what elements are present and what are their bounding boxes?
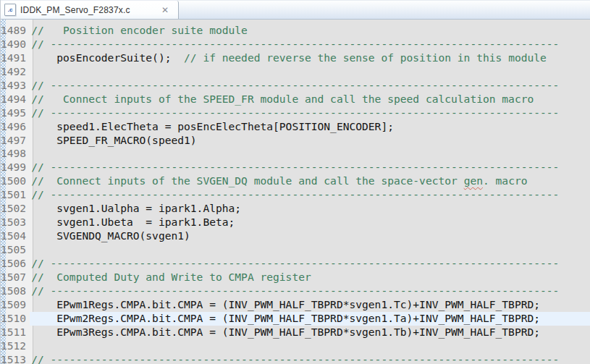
code-line-text[interactable]: // -------------------------------------… (30, 284, 590, 298)
c-source-file-icon: .c (4, 4, 16, 16)
code-line-text[interactable]: // -------------------------------------… (30, 257, 590, 271)
line-number[interactable]: 1506 (1, 257, 30, 271)
code-line[interactable]: 1492 (1, 65, 590, 79)
code-line[interactable]: 1496 speed1.ElecTheta = posEncElecTheta[… (1, 120, 590, 134)
code-line[interactable]: 1489// Position encoder suite module (1, 24, 590, 38)
line-number[interactable]: 1490 (1, 38, 30, 51)
code-line-text[interactable]: // Position encoder suite module (30, 24, 590, 38)
code-line[interactable]: 1495// ---------------------------------… (1, 106, 590, 120)
code-line-text[interactable]: // -------------------------------------… (30, 188, 590, 202)
code-segment: // Connect inputs of the SPEED_FR module… (31, 93, 534, 105)
line-number[interactable]: 1500 (1, 174, 30, 188)
line-number[interactable]: 1512 (1, 339, 30, 353)
code-line-text[interactable]: EPwm3Regs.CMPA.bit.CMPA = (INV_PWM_HALF_… (30, 326, 590, 339)
line-number[interactable]: 1510 (1, 312, 30, 326)
line-number[interactable]: 1499 (1, 161, 30, 174)
code-segment: posEncoderSuite(); (31, 51, 184, 64)
code-line-text[interactable]: SVGENDQ_MACRO(svgen1) (30, 229, 590, 243)
code-line[interactable]: 1490// ---------------------------------… (1, 38, 590, 51)
line-number[interactable]: 1505 (1, 243, 30, 257)
line-number[interactable]: 1504 (1, 229, 30, 243)
code-line-text[interactable]: posEncoderSuite(); // if needed reverse … (30, 51, 590, 65)
code-segment: speed1.ElecTheta = posEncElecTheta[POSIT… (31, 120, 394, 132)
code-line[interactable]: 1512 (1, 339, 590, 353)
code-line-text-current[interactable]: EPwm2Regs.CMPA.bit.CMPA = (INV_PWM_HALF_… (30, 312, 590, 326)
code-line[interactable]: 1500// Connect inputs of the SVGEN_DQ mo… (1, 174, 590, 188)
code-segment: svgen1.Ualpha = ipark1.Alpha; (31, 202, 241, 214)
code-line-text[interactable]: // Connect inputs of the SPEED_FR module… (30, 93, 590, 106)
code-line[interactable]: 1506// ---------------------------------… (1, 257, 590, 271)
code-segment: EPwm3Regs.CMPA.bit.CMPA = (INV_PWM_HALF_… (31, 326, 540, 338)
code-line[interactable]: 1502 svgen1.Ualpha = ipark1.Alpha; (1, 202, 590, 216)
code-line-text[interactable] (30, 243, 590, 257)
code-line[interactable]: 1499// ---------------------------------… (1, 161, 590, 174)
code-line-text[interactable]: speed1.ElecTheta = posEncElecTheta[POSIT… (30, 120, 590, 134)
line-number[interactable]: 1509 (1, 298, 30, 312)
code-line[interactable]: 1505 (1, 243, 590, 257)
line-number[interactable]: 1502 (1, 202, 30, 216)
code-line[interactable]: 1497 SPEED_FR_MACRO(speed1) (1, 134, 590, 148)
line-number[interactable]: 1494 (1, 93, 30, 106)
code-line[interactable]: 1508// ---------------------------------… (1, 284, 590, 298)
code-line-text[interactable]: // -------------------------------------… (30, 38, 590, 51)
line-number[interactable]: 1492 (1, 65, 30, 79)
code-line-text[interactable] (30, 65, 590, 79)
code-segment: EPwm1Regs.CMPA.bit.CMPA = (INV_PWM_HALF_… (31, 298, 540, 310)
line-number[interactable]: 1497 (1, 134, 30, 148)
code-line-text[interactable]: // -------------------------------------… (30, 79, 590, 93)
line-number[interactable]: 1503 (1, 216, 30, 229)
code-segment: // Connect inputs of the SVGEN_DQ module… (31, 174, 463, 187)
code-line-text[interactable]: svgen1.Ualpha = ipark1.Alpha; (30, 202, 590, 216)
code-segment: // if needed reverse the sense of positi… (184, 51, 547, 64)
code-line-text[interactable] (30, 147, 590, 161)
line-number[interactable]: 1489 (1, 24, 30, 38)
code-segment: // -------------------------------------… (31, 79, 559, 91)
tab-bar-empty-area (179, 1, 590, 19)
line-number[interactable]: 1511 (1, 326, 30, 339)
code-line[interactable]: 1494// Connect inputs of the SPEED_FR mo… (1, 93, 590, 106)
tab-iddk-pm-servo-f2837x[interactable]: .c IDDK_PM_Servo_F2837x.c ✕ (1, 1, 179, 19)
code-line[interactable]: 1511 EPwm3Regs.CMPA.bit.CMPA = (INV_PWM_… (1, 326, 590, 339)
code-line-text[interactable]: // Connect inputs of the SVGEN_DQ module… (30, 174, 590, 188)
code-line[interactable]: 1504 SVGENDQ_MACRO(svgen1) (1, 229, 590, 243)
tab-close-icon[interactable]: ✕ (161, 6, 169, 14)
code-line-text[interactable]: // -------------------------------------… (30, 106, 590, 120)
code-segment: // -------------------------------------… (31, 353, 559, 364)
code-line-text[interactable]: svgen1.Ubeta = ipark1.Beta; (30, 216, 590, 229)
code-line[interactable]: 1498 (1, 147, 590, 161)
code-line[interactable]: 1501// ---------------------------------… (1, 188, 590, 202)
misspelled-word: gen (464, 174, 483, 187)
line-number[interactable]: 1513 (1, 353, 30, 364)
code-segment: // -------------------------------------… (31, 188, 559, 200)
code-segment: . macro (483, 174, 528, 187)
code-segment: // -------------------------------------… (31, 106, 559, 119)
code-segment: // Position encoder suite module (31, 24, 248, 36)
code-line-text[interactable]: // -------------------------------------… (30, 161, 590, 174)
line-number[interactable]: 1501 (1, 188, 30, 202)
editor-tab-bar: .c IDDK_PM_Servo_F2837x.c ✕ (1, 0, 590, 20)
code-segment: SPEED_FR_MACRO(speed1) (31, 134, 196, 146)
line-number[interactable]: 1495 (1, 106, 30, 120)
code-line-text[interactable]: EPwm1Regs.CMPA.bit.CMPA = (INV_PWM_HALF_… (30, 298, 590, 312)
line-number[interactable]: 1498 (1, 147, 30, 161)
code-line-text[interactable]: SPEED_FR_MACRO(speed1) (30, 134, 590, 148)
code-line[interactable]: 1491 posEncoderSuite(); // if needed rev… (1, 51, 590, 65)
line-number[interactable]: 1508 (1, 284, 30, 298)
line-number[interactable]: 1507 (1, 271, 30, 284)
code-segment: // -------------------------------------… (31, 38, 559, 50)
code-line[interactable]: 1513// ---------------------------------… (1, 353, 590, 364)
code-line[interactable]: 1503 svgen1.Ubeta = ipark1.Beta; (1, 216, 590, 229)
code-lines: 1489// Position encoder suite module1490… (1, 24, 590, 364)
code-segment: // Computed Duty and Write to CMPA regis… (31, 271, 311, 283)
line-number[interactable]: 1493 (1, 79, 30, 93)
code-line-text[interactable]: // -------------------------------------… (30, 353, 590, 364)
code-line-text[interactable] (30, 339, 590, 353)
code-line-text[interactable]: // Computed Duty and Write to CMPA regis… (30, 271, 590, 284)
line-number[interactable]: 1491 (1, 51, 30, 65)
code-line[interactable]: 1510 EPwm2Regs.CMPA.bit.CMPA = (INV_PWM_… (1, 312, 590, 326)
code-line[interactable]: 1507// Computed Duty and Write to CMPA r… (1, 271, 590, 284)
code-line[interactable]: 1493// ---------------------------------… (1, 79, 590, 93)
code-line[interactable]: 1509 EPwm1Regs.CMPA.bit.CMPA = (INV_PWM_… (1, 298, 590, 312)
code-editor-area[interactable]: 1489// Position encoder suite module1490… (1, 20, 590, 364)
line-number[interactable]: 1496 (1, 120, 30, 134)
